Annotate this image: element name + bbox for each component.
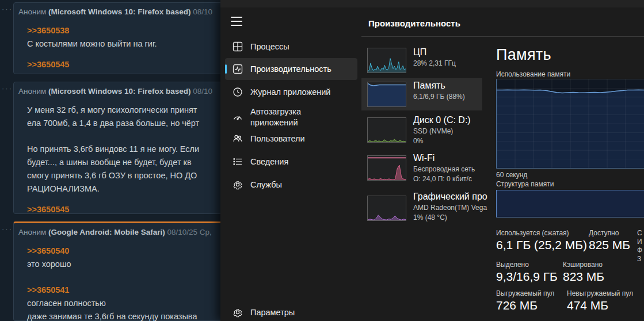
sidebar-item-details[interactable]: Сведения [225, 151, 357, 173]
sidebar-item-users[interactable]: Пользователи [225, 128, 357, 150]
metric-sub: О: 24,0 П: 0 кбит/с [413, 175, 475, 183]
metric-sub: Беспроводная сеть [413, 165, 475, 173]
metric-title: ЦП [413, 47, 456, 58]
gear-icon [233, 307, 243, 318]
gpu-sparkline [367, 196, 406, 221]
sidebar-item-app-history[interactable]: Журнал приложений [225, 81, 357, 103]
post-date: 08/10 [193, 7, 212, 16]
stat-value-in-use: 6,1 ГБ (25,2 МБ) [496, 238, 587, 252]
sidebar-item-label: Автозагрузка [250, 106, 301, 117]
stat-label-committed: Выделено [496, 261, 529, 269]
sidebar-item-settings[interactable]: Параметры [225, 301, 357, 321]
app-history-icon [233, 87, 243, 97]
processes-icon [233, 41, 243, 52]
memory-usage-label: Использование памяти [496, 70, 570, 78]
memory-composition-label: Структура памяти [496, 180, 554, 188]
stat-label-nonpaged-pool: Невыгружаемый пул [567, 289, 633, 297]
metric-item-memory[interactable]: Память 6,1/6,9 ГБ (88%) [361, 78, 482, 110]
post-options-dots[interactable]: ··· [2, 5, 13, 13]
details-icon [233, 156, 243, 167]
clipped-label: И [637, 238, 642, 246]
metric-sub: 6,1/6,9 ГБ (88%) [413, 93, 465, 101]
metric-item-gpu[interactable]: Графический про AMD Radeon(TM) Vega 1% (… [361, 189, 482, 225]
stat-value-paged-pool: 726 МБ [496, 299, 538, 312]
stat-value-available: 825 МБ [589, 238, 630, 252]
performance-panel-title: Производительность [368, 18, 460, 28]
sidebar: Процессы Производительность Журнал прило… [220, 0, 360, 321]
clipped-label: З [637, 255, 641, 263]
post-author: Аноним [18, 228, 46, 236]
sidebar-item-services[interactable]: Службы [225, 174, 357, 196]
chart-timespan-label: 60 секунд [496, 171, 527, 179]
metric-sub: 28% 2,31 ГГц [413, 59, 456, 67]
metric-item-cpu[interactable]: ЦП 28% 2,31 ГГц [361, 45, 482, 77]
task-manager-window: Процессы Производительность Журнал прило… [220, 0, 644, 321]
sidebar-item-label: Процессы [250, 41, 289, 52]
metric-item-disk[interactable]: Диск 0 (C: D:) SSD (NVMe) 0% [361, 113, 482, 148]
memory-usage-chart [496, 79, 644, 169]
post-date: 08/10/25 Ср, [167, 228, 212, 236]
stat-value-cached: 823 МБ [563, 270, 604, 284]
post-user-agent: (Microsoft Windows 10: Firefox based) [48, 7, 190, 16]
screen: ··· Аноним (Microsoft Windows 10: Firefo… [0, 0, 644, 321]
metric-title: Диск 0 (C: D:) [413, 115, 471, 125]
sidebar-item-label-line2: приложений [250, 117, 301, 128]
sidebar-item-label: Журнал приложений [250, 87, 330, 98]
post-author: Аноним [18, 87, 46, 95]
memory-sparkline [367, 82, 406, 107]
selected-accent-pill [225, 64, 227, 74]
cpu-sparkline [367, 48, 406, 73]
post-options-dots[interactable]: ··· [2, 224, 13, 233]
post-options-dots[interactable]: ··· [2, 84, 13, 93]
post-author: Аноним [18, 7, 46, 16]
menu-icon[interactable] [231, 17, 242, 26]
stat-label-cached: Кэшировано [563, 261, 603, 269]
sidebar-item-processes[interactable]: Процессы [225, 36, 357, 58]
memory-composition-bar[interactable] [496, 190, 644, 217]
post-date: 08/10 [193, 87, 212, 95]
stat-value-nonpaged-pool: 474 МБ [567, 299, 608, 312]
stat-label-paged-pool: Выгружаемый пул [496, 289, 554, 297]
clipped-label: Ф [637, 246, 642, 254]
stat-label-in-use: Используется (сжатая) [496, 229, 569, 237]
clipped-right-column: С И Ф З [637, 0, 644, 321]
metric-title: Графический про [413, 192, 487, 202]
sidebar-item-label: Производительность [250, 64, 331, 75]
metric-sub: SSD (NVMe) [413, 127, 471, 135]
stat-value-committed: 9,3/16,9 ГБ [496, 270, 558, 284]
metric-sub: 0% [413, 137, 471, 145]
metric-item-wifi[interactable]: Wi-Fi Беспроводная сеть О: 24,0 П: 0 кби… [361, 151, 482, 186]
sidebar-item-label: Пользователи [250, 133, 305, 144]
post-user-agent: (Google Android: Mobile Safari) [48, 228, 165, 236]
wifi-sparkline [367, 155, 406, 181]
metric-sub: 1% (48 °C) [413, 213, 487, 221]
sidebar-item-performance[interactable]: Производительность [225, 58, 357, 80]
page-title: Память [496, 46, 551, 64]
metric-title: Память [413, 81, 465, 91]
divider [361, 36, 644, 37]
services-icon [233, 179, 243, 190]
metric-title: Wi-Fi [413, 153, 475, 163]
metric-sub: AMD Radeon(TM) Vega [413, 204, 487, 212]
clipped-label: С [637, 229, 642, 237]
sidebar-item-label: Сведения [250, 156, 288, 167]
sidebar-item-label: Службы [250, 179, 282, 190]
post-user-agent: (Microsoft Windows 10: Firefox based) [48, 87, 190, 95]
disk-sparkline [367, 117, 406, 143]
startup-icon [233, 112, 243, 123]
sidebar-item-label: Параметры [250, 307, 295, 318]
performance-icon [233, 64, 243, 74]
users-icon [233, 133, 243, 144]
stat-label-available: Доступно [589, 229, 619, 237]
